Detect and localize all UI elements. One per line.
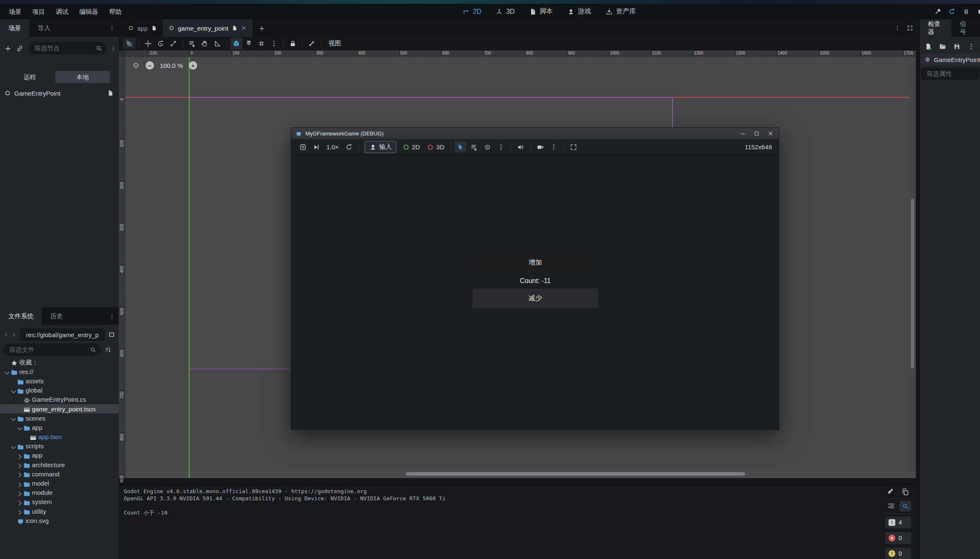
- load-resource-button[interactable]: [939, 42, 946, 50]
- resource-menu-button[interactable]: [967, 42, 975, 50]
- copy-output-icon[interactable]: [901, 488, 910, 496]
- center-view-icon[interactable]: [132, 62, 140, 69]
- pause-game-button[interactable]: [297, 141, 309, 152]
- game-viewport[interactable]: 增加 Count: -11 减少: [291, 155, 779, 429]
- split-filesystem-icon[interactable]: [108, 331, 115, 338]
- next-frame-button[interactable]: [310, 141, 322, 152]
- filter-nodes-input[interactable]: 筛选节点: [29, 42, 107, 55]
- minimize-icon[interactable]: [740, 130, 746, 137]
- game-window-titlebar[interactable]: MyGFrameworkGame (DEBUG): [291, 128, 779, 139]
- override-menu-button[interactable]: [548, 141, 560, 152]
- new-resource-button[interactable]: [925, 42, 932, 50]
- remote-button[interactable]: 远程: [5, 71, 55, 83]
- chevron-down-icon[interactable]: [10, 415, 16, 421]
- sort-files-icon[interactable]: [105, 346, 112, 353]
- tab-signals[interactable]: 信号: [951, 19, 978, 37]
- add-node-button[interactable]: [4, 44, 12, 52]
- vscrollbar-thumb[interactable]: [911, 199, 914, 368]
- speed-button[interactable]: 1.0×: [323, 143, 342, 151]
- build-button[interactable]: [934, 8, 942, 16]
- pan-button[interactable]: [198, 38, 211, 49]
- filter-properties-input[interactable]: 筛选属性: [921, 68, 980, 80]
- inspector-tab-overflow-icon[interactable]: [978, 24, 980, 32]
- messages-count-badge[interactable]: !4: [885, 517, 911, 528]
- history-back-icon[interactable]: [3, 332, 9, 338]
- file-gameentrypoint-cs[interactable]: GameEntryPoint.cs: [0, 395, 119, 404]
- tab-inspector[interactable]: 检查器: [920, 19, 951, 37]
- instance-scene-button[interactable]: [16, 44, 23, 52]
- file-model[interactable]: model: [0, 478, 119, 488]
- filter-files-input[interactable]: 筛选文件: [3, 343, 101, 356]
- tab-list-menu-icon[interactable]: [894, 25, 901, 31]
- file-command[interactable]: command: [0, 469, 119, 478]
- script-icon[interactable]: [151, 25, 157, 31]
- file-icon-svg[interactable]: icon.svg: [0, 516, 119, 525]
- select-mode-button[interactable]: [455, 141, 467, 152]
- decrease-button[interactable]: 减少: [472, 289, 598, 308]
- tab-import[interactable]: 导入: [29, 19, 59, 37]
- list-select-button[interactable]: [468, 141, 480, 152]
- group-button[interactable]: [123, 38, 136, 49]
- collapse-output-icon[interactable]: [887, 502, 895, 510]
- stop-button[interactable]: [977, 8, 980, 16]
- chevron-right-icon[interactable]: [16, 490, 22, 496]
- canvas-viewport[interactable]: -100010020030040050060070080090010001100…: [119, 50, 916, 478]
- lock-button[interactable]: [287, 38, 299, 49]
- game-window[interactable]: MyGFrameworkGame (DEBUG) 1.0×输入2D3D1152x…: [291, 127, 779, 430]
- new-scene-tab-button[interactable]: [258, 24, 265, 32]
- snap-config-button[interactable]: [255, 38, 268, 49]
- menu-item-project[interactable]: 项目: [27, 5, 50, 18]
- smart-snap-button[interactable]: [230, 38, 242, 49]
- errors-count-badge[interactable]: ×0: [885, 532, 911, 544]
- scene-tab-game-entry-point[interactable]: game_entry_point: [163, 19, 253, 37]
- file-scripts[interactable]: scripts: [0, 442, 119, 451]
- move-tool-button[interactable]: [142, 38, 154, 49]
- close-icon[interactable]: [241, 25, 247, 31]
- save-resource-button[interactable]: [953, 42, 961, 50]
- close-icon[interactable]: [767, 130, 774, 137]
- chevron-right-icon[interactable]: [16, 499, 22, 505]
- file-utility[interactable]: utility: [0, 507, 119, 516]
- reset-speed-button[interactable]: [343, 141, 355, 152]
- menu-item-help[interactable]: 帮助: [104, 5, 127, 18]
- camera-reset-button[interactable]: [482, 141, 493, 152]
- tab-history[interactable]: 历史: [42, 307, 71, 325]
- workspace-game-button[interactable]: 游戏: [563, 5, 595, 18]
- measure-button[interactable]: [211, 38, 224, 49]
- scale-tool-button[interactable]: [167, 38, 180, 49]
- file-system[interactable]: system: [0, 497, 119, 507]
- tab-scene[interactable]: 场景: [0, 19, 29, 37]
- inspector-object-row[interactable]: GameEntryPoint.: [921, 54, 980, 65]
- scene-dock-menu-icon[interactable]: [109, 24, 119, 32]
- fullscreen-button[interactable]: [568, 141, 579, 152]
- chevron-right-icon[interactable]: [16, 481, 22, 486]
- workspace-3d-button[interactable]: 3D: [491, 5, 519, 18]
- pause-button[interactable]: [962, 8, 971, 16]
- input-mode-toggle[interactable]: 输入: [365, 141, 396, 153]
- file-app-dir[interactable]: app: [0, 423, 119, 432]
- mute-button[interactable]: [515, 141, 526, 152]
- local-button[interactable]: 本地: [55, 71, 110, 83]
- chevron-down-icon[interactable]: [10, 443, 16, 449]
- scene-tree-menu-icon[interactable]: [110, 44, 117, 52]
- scene-tab-app[interactable]: app: [122, 19, 163, 37]
- expand-viewport-icon[interactable]: [907, 25, 913, 31]
- maximize-icon[interactable]: [753, 130, 760, 137]
- history-forward-icon[interactable]: [11, 332, 17, 338]
- menu-item-editor[interactable]: 编辑器: [74, 5, 104, 18]
- viewport-vscrollbar[interactable]: [909, 57, 916, 471]
- chevron-right-icon[interactable]: [16, 508, 22, 514]
- chevron-down-icon[interactable]: [3, 369, 9, 374]
- snap-menu-button[interactable]: [268, 38, 280, 49]
- chevron-right-icon[interactable]: [16, 462, 22, 468]
- file-scenes[interactable]: scenes: [0, 413, 119, 423]
- scene-tree-root-node[interactable]: GameEntryPoint: [1, 87, 118, 99]
- menu-item-scene[interactable]: 场景: [3, 5, 27, 18]
- rotate-tool-button[interactable]: [154, 38, 167, 49]
- tab-filesystem[interactable]: 文件系统: [0, 307, 42, 325]
- chevron-down-icon[interactable]: [16, 424, 22, 430]
- file-scripts-app[interactable]: app: [0, 451, 119, 460]
- list-select-button[interactable]: [186, 38, 198, 49]
- increase-button[interactable]: 增加: [472, 253, 598, 273]
- chevron-down-icon[interactable]: [10, 387, 16, 393]
